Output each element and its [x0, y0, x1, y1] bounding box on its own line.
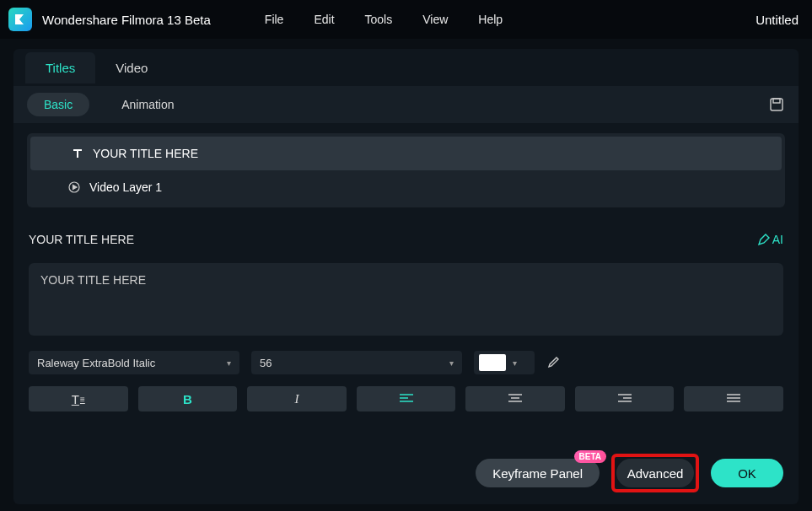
menu-help[interactable]: Help	[478, 13, 503, 26]
ok-label: OK	[738, 466, 756, 481]
title-section-header: YOUR TITLE HERE AI	[13, 218, 799, 253]
font-family-select[interactable]: Raleway ExtraBold Italic ▾	[29, 351, 239, 374]
secondary-tabs: Basic Animation	[13, 86, 799, 123]
main-menu: File Edit Tools View Help	[265, 13, 503, 26]
chevron-down-icon: ▾	[449, 358, 454, 368]
document-name: Untitled	[756, 13, 799, 27]
bold-button[interactable]: B	[138, 386, 238, 411]
title-text-input[interactable]: YOUR TITLE HERE	[29, 263, 783, 336]
advanced-button[interactable]: Advanced	[616, 459, 694, 487]
tab-titles[interactable]: Titles	[25, 52, 95, 83]
advanced-label: Advanced	[627, 466, 684, 481]
play-circle-icon	[67, 180, 81, 194]
svg-rect-1	[773, 99, 780, 103]
underline-button[interactable]: T≡	[29, 386, 128, 411]
eyedropper-icon[interactable]	[546, 356, 560, 369]
ai-label: AI	[772, 233, 783, 246]
menu-edit[interactable]: Edit	[314, 13, 334, 26]
layer-video-label: Video Layer 1	[89, 180, 162, 194]
menu-view[interactable]: View	[422, 13, 448, 26]
chevron-down-icon: ▾	[227, 358, 231, 368]
align-left-button[interactable]	[357, 386, 456, 411]
layer-title[interactable]: YOUR TITLE HERE	[30, 137, 782, 170]
menu-tools[interactable]: Tools	[365, 13, 393, 26]
ai-edit-icon[interactable]: AI	[757, 233, 783, 246]
align-right-button[interactable]	[575, 386, 675, 411]
layers-list: YOUR TITLE HERE Video Layer 1	[27, 133, 785, 207]
editor-panel: Titles Video Basic Animation YOUR TITLE …	[13, 49, 799, 504]
title-bar: Wondershare Filmora 13 Beta File Edit To…	[0, 0, 812, 39]
font-size-select[interactable]: 56 ▾	[251, 351, 462, 374]
italic-button[interactable]: I	[247, 386, 347, 411]
bottom-actions: Keyframe Panel BETA Advanced OK	[476, 454, 783, 492]
font-family-value: Raleway ExtraBold Italic	[37, 357, 155, 369]
color-swatch	[479, 354, 506, 371]
primary-tabs: Titles Video	[13, 49, 799, 86]
chevron-down-icon: ▾	[513, 358, 517, 368]
layer-title-label: YOUR TITLE HERE	[93, 147, 198, 160]
font-size-value: 56	[260, 357, 272, 369]
text-icon	[71, 147, 84, 160]
subtab-animation[interactable]: Animation	[105, 93, 191, 116]
svg-rect-0	[771, 99, 782, 110]
ok-button[interactable]: OK	[711, 459, 783, 487]
save-preset-icon[interactable]	[768, 96, 785, 113]
title-text-value: YOUR TITLE HERE	[40, 273, 146, 287]
font-controls-row: Raleway ExtraBold Italic ▾ 56 ▾ ▾	[13, 351, 799, 374]
title-header-label: YOUR TITLE HERE	[29, 233, 134, 246]
text-style-row: T≡ B I	[13, 374, 799, 411]
beta-badge: BETA	[574, 450, 606, 463]
align-justify-button[interactable]	[684, 386, 783, 411]
keyframe-panel-button[interactable]: Keyframe Panel BETA	[476, 459, 600, 487]
keyframe-label: Keyframe Panel	[492, 466, 583, 481]
tab-video[interactable]: Video	[95, 52, 168, 83]
font-color-select[interactable]: ▾	[474, 351, 535, 374]
align-center-button[interactable]	[465, 386, 565, 411]
menu-file[interactable]: File	[265, 13, 284, 26]
app-logo-icon	[8, 8, 32, 31]
app-title: Wondershare Filmora 13 Beta	[42, 13, 211, 27]
layer-video[interactable]: Video Layer 1	[27, 170, 785, 204]
subtab-basic[interactable]: Basic	[27, 93, 89, 116]
advanced-highlight: Advanced	[611, 454, 699, 492]
